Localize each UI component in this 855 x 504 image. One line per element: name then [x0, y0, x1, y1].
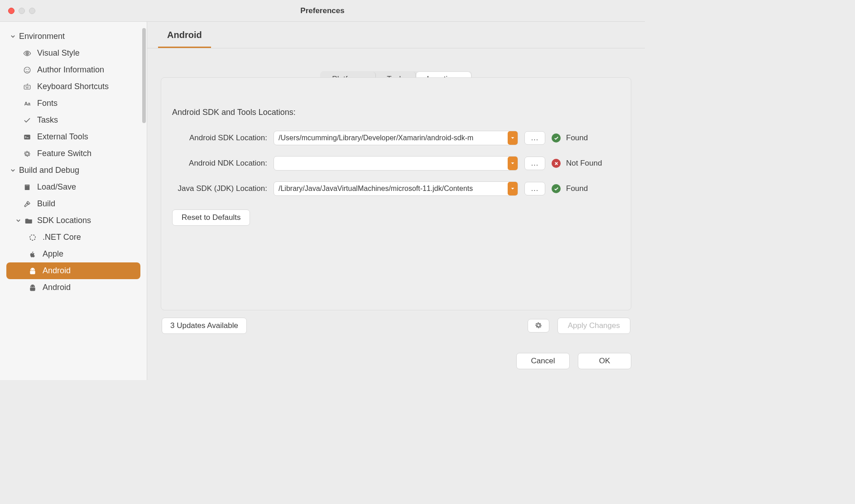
- status-text: Not Found: [566, 159, 602, 168]
- tab-android[interactable]: Android: [158, 22, 211, 48]
- titlebar: Preferences: [0, 0, 645, 22]
- dropdown-button[interactable]: [508, 157, 518, 170]
- row-android-ndk: Android NDK Location: ...: [172, 156, 620, 171]
- book-icon: [23, 183, 32, 192]
- sidebar-item-label: Tasks: [37, 115, 58, 125]
- x-circle-icon: [552, 159, 561, 168]
- bottom-toolbar: 3 Updates Available Apply Changes: [161, 310, 631, 334]
- sidebar-scrollbar[interactable]: [142, 28, 146, 123]
- tab-label: Android: [167, 30, 202, 40]
- cancel-button[interactable]: Cancel: [516, 353, 570, 369]
- sidebar-subgroup-sdk-locations[interactable]: SDK Locations: [0, 212, 147, 229]
- svg-point-0: [27, 52, 28, 54]
- sidebar-item-author-information[interactable]: Author Information: [0, 62, 147, 78]
- sidebar-item-label: .NET Core: [43, 233, 81, 242]
- sidebar-item-dotnet-core[interactable]: .NET Core: [0, 229, 147, 246]
- sidebar-item-label: Load/Save: [37, 182, 76, 192]
- sidebar-item-fonts[interactable]: Aa Fonts: [0, 95, 147, 112]
- sidebar-group-label: Build and Debug: [19, 166, 79, 175]
- sidebar-item-label: Keyboard Shortcuts: [37, 82, 109, 91]
- traffic-lights: [0, 8, 35, 14]
- sidebar-group-environment[interactable]: Environment: [0, 28, 147, 45]
- browse-button[interactable]: ...: [524, 131, 545, 145]
- keyboard-icon: [23, 82, 32, 91]
- status-found: Found: [552, 184, 588, 193]
- dialog-footer: Cancel OK: [147, 342, 645, 380]
- android-sdk-input[interactable]: [274, 131, 518, 145]
- dropdown-button[interactable]: [508, 182, 518, 195]
- sidebar-item-label: Android: [43, 266, 71, 276]
- row-java-sdk: Java SDK (JDK) Location: ...: [172, 181, 620, 196]
- sidebar-item-label: Build: [37, 199, 55, 209]
- browse-label: ...: [531, 185, 538, 193]
- status-text: Found: [566, 133, 588, 143]
- svg-point-12: [31, 269, 32, 270]
- sidebar-item-tasks[interactable]: Tasks: [0, 112, 147, 128]
- minimize-window-button[interactable]: [19, 8, 25, 14]
- sidebar-group-build-and-debug[interactable]: Build and Debug: [0, 162, 147, 179]
- updates-available-button[interactable]: 3 Updates Available: [162, 318, 247, 334]
- hammer-icon: [23, 200, 32, 209]
- android-icon: [28, 266, 37, 276]
- locations-panel: Android SDK and Tools Locations: Android…: [161, 77, 631, 310]
- combo-android-sdk: [274, 131, 518, 145]
- sidebar-item-label: Fonts: [37, 99, 58, 108]
- sidebar-subgroup-label: SDK Locations: [37, 216, 91, 225]
- browse-button[interactable]: ...: [524, 182, 545, 195]
- ok-button[interactable]: OK: [578, 353, 631, 369]
- chevron-down-icon: [10, 168, 15, 173]
- sidebar-item-label: Android: [43, 283, 71, 292]
- browse-label: ...: [531, 134, 538, 142]
- button-label: Apply Changes: [568, 321, 620, 330]
- eye-icon: [23, 49, 32, 58]
- svg-point-3: [28, 69, 29, 70]
- content-area: Android Platforms Tools Locations Androi…: [147, 22, 645, 380]
- svg-rect-8: [26, 87, 29, 88]
- sidebar-item-android[interactable]: Android: [0, 279, 147, 296]
- svg-rect-6: [27, 86, 28, 87]
- chevron-down-icon: [15, 218, 21, 223]
- smile-icon: [23, 66, 32, 75]
- close-window-button[interactable]: [8, 8, 14, 14]
- combo-android-ndk: [274, 156, 518, 171]
- svg-rect-7: [28, 86, 29, 87]
- browse-button[interactable]: ...: [524, 157, 545, 170]
- sidebar-item-keyboard-shortcuts[interactable]: Keyboard Shortcuts: [0, 78, 147, 95]
- sidebar-item-build[interactable]: Build: [0, 195, 147, 212]
- svg-point-15: [34, 286, 34, 286]
- sidebar-item-apple[interactable]: Apple: [0, 246, 147, 262]
- button-label: Cancel: [531, 357, 555, 365]
- android-ndk-input[interactable]: [274, 156, 518, 171]
- sidebar-item-label: Apple: [43, 249, 63, 259]
- sidebar-item-label: Feature Switch: [37, 149, 91, 158]
- check-circle-icon: [552, 184, 561, 193]
- button-label: Reset to Defaults: [182, 213, 240, 222]
- browse-label: ...: [531, 159, 538, 167]
- maximize-window-button[interactable]: [29, 8, 35, 14]
- svg-rect-4: [24, 85, 30, 89]
- sidebar-item-external-tools[interactable]: External Tools: [0, 128, 147, 145]
- dotnet-icon: [28, 233, 37, 242]
- gear-icon: [23, 149, 32, 158]
- apply-changes-button[interactable]: Apply Changes: [557, 318, 630, 334]
- sidebar-item-load-save[interactable]: Load/Save: [0, 179, 147, 195]
- settings-gear-button[interactable]: [528, 319, 549, 333]
- fonts-icon: Aa: [23, 99, 32, 108]
- sidebar-item-visual-style[interactable]: Visual Style: [0, 45, 147, 62]
- status-found: Found: [552, 133, 588, 143]
- java-sdk-input[interactable]: [274, 181, 518, 196]
- window-title: Preferences: [0, 6, 645, 15]
- dropdown-button[interactable]: [508, 131, 518, 145]
- sidebar-item-feature-switch[interactable]: Feature Switch: [0, 145, 147, 162]
- content-tabs: Android: [147, 22, 645, 48]
- svg-rect-11: [25, 185, 29, 186]
- svg-point-2: [26, 69, 27, 70]
- reset-to-defaults-button[interactable]: Reset to Defaults: [172, 209, 250, 226]
- panel-title: Android SDK and Tools Locations:: [172, 108, 620, 117]
- folder-icon: [24, 216, 34, 225]
- sidebar-item-label: Author Information: [37, 65, 104, 75]
- svg-rect-5: [25, 86, 26, 87]
- status-text: Found: [566, 184, 588, 193]
- android-icon: [28, 283, 37, 292]
- sidebar-item-android-selected[interactable]: Android: [6, 262, 140, 279]
